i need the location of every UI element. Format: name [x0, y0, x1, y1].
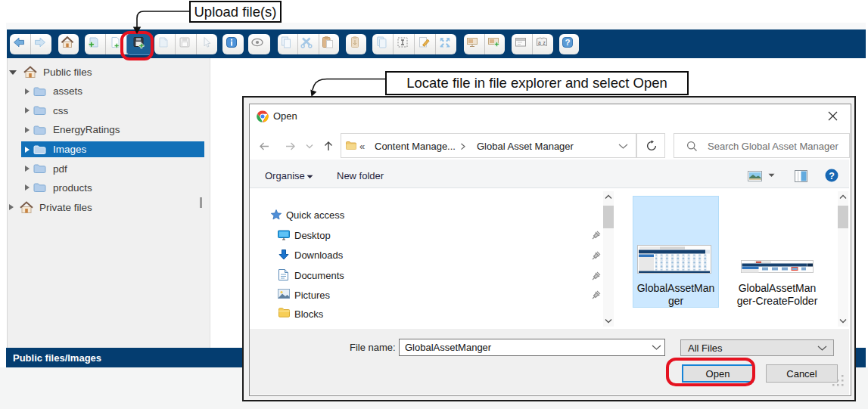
- svg-text:a: a: [538, 40, 541, 45]
- svg-text:?: ?: [565, 38, 570, 47]
- svg-text:?: ?: [829, 171, 835, 181]
- svg-text:z: z: [543, 40, 545, 45]
